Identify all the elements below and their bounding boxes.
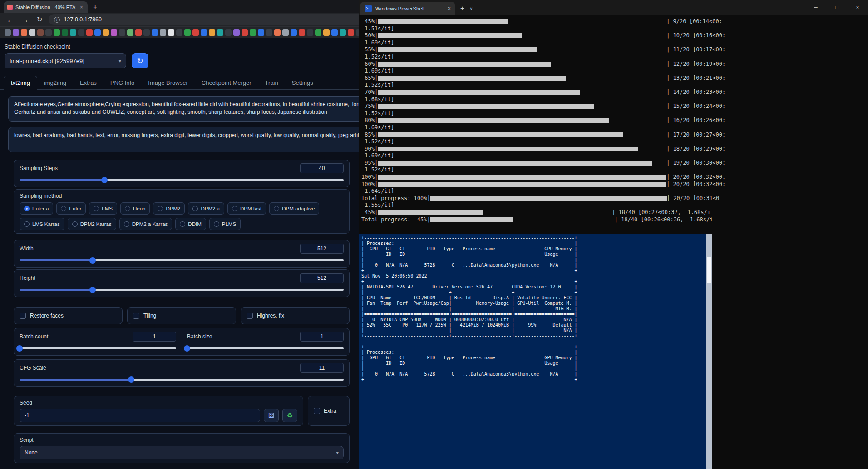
sampler-option-ddim[interactable]: DDIM — [175, 218, 206, 230]
radio-icon[interactable] — [125, 206, 130, 211]
terminal-tab-dropdown-icon[interactable]: ∨ — [470, 6, 473, 11]
bookmark-favicon[interactable] — [307, 29, 313, 36]
sampler-option-heun[interactable]: Heun — [120, 202, 150, 215]
bookmark-favicon[interactable] — [37, 29, 44, 36]
bookmark-favicon[interactable] — [135, 29, 142, 36]
checkbox-highres-fix[interactable]: Highres. fix — [241, 307, 350, 324]
bookmark-favicon[interactable] — [54, 29, 60, 36]
tab-txt2img[interactable]: txt2img — [4, 76, 37, 90]
bookmark-favicon[interactable] — [94, 29, 101, 36]
checkbox-icon[interactable] — [314, 408, 320, 414]
batch-count-value[interactable]: 1 — [133, 332, 176, 342]
back-icon[interactable]: ← — [7, 16, 14, 24]
slider-handle[interactable] — [128, 376, 134, 383]
sampler-option-euler-a[interactable]: Euler a — [20, 202, 53, 215]
sampling-steps-value[interactable]: 40 — [300, 163, 344, 173]
batch-size-value[interactable]: 1 — [300, 332, 344, 342]
close-button[interactable]: × — [847, 0, 868, 15]
new-tab-button[interactable]: + — [93, 4, 97, 11]
bookmark-favicon[interactable] — [184, 29, 191, 36]
bookmark-favicon[interactable] — [282, 29, 289, 36]
tab-close-icon[interactable]: × — [79, 4, 84, 10]
checkbox-icon[interactable] — [133, 313, 139, 319]
width-slider[interactable] — [20, 257, 344, 264]
tab-train[interactable]: Train — [258, 76, 285, 89]
radio-icon[interactable] — [124, 221, 129, 227]
reload-icon[interactable]: ↻ — [37, 15, 43, 24]
tab-image-browser[interactable]: Image Browser — [141, 76, 194, 89]
sampler-option-euler[interactable]: Euler — [56, 202, 86, 215]
bookmark-favicon[interactable] — [274, 29, 281, 36]
console-scrollbar[interactable] — [706, 234, 712, 469]
bookmark-favicon[interactable] — [160, 29, 166, 36]
bookmark-favicon[interactable] — [242, 29, 248, 36]
bookmark-favicon[interactable] — [13, 29, 19, 36]
batch-count-slider[interactable] — [20, 345, 176, 352]
bookmark-favicon[interactable] — [340, 29, 346, 36]
slider-handle[interactable] — [89, 257, 96, 264]
bookmark-favicon[interactable] — [152, 29, 158, 36]
reuse-seed-button[interactable]: ♻ — [282, 409, 297, 422]
sampler-option-dpm2-a-karras[interactable]: DPM2 a Karras — [119, 218, 173, 230]
bookmark-favicon[interactable] — [233, 29, 240, 36]
slider-handle[interactable] — [16, 345, 23, 352]
bookmark-favicon[interactable] — [209, 29, 215, 36]
maximize-button[interactable]: □ — [826, 0, 847, 15]
checkpoint-dropdown[interactable]: final-pruned.ckpt [925997e9] ▾ — [5, 53, 126, 68]
extra-seed-checkbox[interactable]: Extra — [308, 396, 350, 426]
tab-checkpoint-merger[interactable]: Checkpoint Merger — [195, 76, 258, 89]
bookmark-favicon[interactable] — [29, 29, 35, 36]
bookmark-favicon[interactable] — [103, 29, 109, 36]
bookmark-favicon[interactable] — [78, 29, 84, 36]
slider-handle[interactable] — [184, 345, 190, 352]
sampler-option-lms[interactable]: LMS — [89, 202, 117, 215]
slider-handle[interactable] — [89, 287, 96, 293]
bookmark-favicon[interactable] — [323, 29, 330, 36]
scrollbar-thumb[interactable] — [707, 257, 711, 283]
tab-png-info[interactable]: PNG Info — [104, 76, 141, 89]
tab-img2img[interactable]: img2img — [37, 76, 73, 89]
bookmark-favicon[interactable] — [201, 29, 207, 36]
radio-icon[interactable] — [24, 206, 30, 211]
bookmark-favicon[interactable] — [291, 29, 297, 36]
random-seed-button[interactable]: ⚄ — [264, 409, 279, 422]
terminal-tab[interactable]: >_ Windows PowerShell × — [360, 2, 455, 15]
radio-icon[interactable] — [72, 221, 78, 227]
terminal-new-tab-button[interactable]: + — [460, 4, 464, 12]
radio-icon[interactable] — [158, 206, 163, 211]
bookmark-favicon[interactable] — [266, 29, 272, 36]
radio-icon[interactable] — [192, 206, 198, 211]
checkbox-tiling[interactable]: Tiling — [127, 307, 236, 324]
bookmark-favicon[interactable] — [143, 29, 150, 36]
sampler-option-dpm-adaptive[interactable]: DPM adaptive — [269, 202, 319, 215]
cfg-scale-slider[interactable] — [20, 376, 344, 383]
site-info-icon[interactable]: i — [54, 17, 60, 23]
bookmark-favicon[interactable] — [217, 29, 223, 36]
bookmark-favicon[interactable] — [127, 29, 133, 36]
sampler-option-plms[interactable]: PLMS — [209, 218, 241, 230]
bookmark-favicon[interactable] — [250, 29, 256, 36]
checkbox-restore-faces[interactable]: Restore faces — [14, 307, 123, 324]
bookmark-favicon[interactable] — [299, 29, 305, 36]
bookmark-favicon[interactable] — [176, 29, 182, 36]
bookmark-favicon[interactable] — [70, 29, 76, 36]
radio-icon[interactable] — [94, 206, 99, 211]
seed-input[interactable]: -1 — [20, 409, 260, 422]
sampler-option-dpm2[interactable]: DPM2 — [153, 202, 185, 215]
tab-extras[interactable]: Extras — [73, 76, 104, 89]
height-value[interactable]: 512 — [300, 273, 344, 283]
bookmark-favicon[interactable] — [45, 29, 52, 36]
radio-icon[interactable] — [24, 221, 30, 227]
bookmark-favicon[interactable] — [168, 29, 174, 36]
bookmark-favicon[interactable] — [225, 29, 232, 36]
bookmark-favicon[interactable] — [62, 29, 68, 36]
tab-settings[interactable]: Settings — [285, 76, 320, 89]
radio-icon[interactable] — [180, 221, 185, 227]
batch-size-slider[interactable] — [187, 345, 344, 352]
height-slider[interactable] — [20, 286, 344, 293]
bookmark-favicon[interactable] — [192, 29, 199, 36]
bookmark-favicon[interactable] — [5, 29, 11, 36]
browser-tab[interactable]: Stable Diffusion - 40% ETA: 3 × — [4, 1, 88, 13]
script-dropdown[interactable]: None ▾ — [20, 446, 344, 459]
radio-icon[interactable] — [274, 206, 279, 211]
